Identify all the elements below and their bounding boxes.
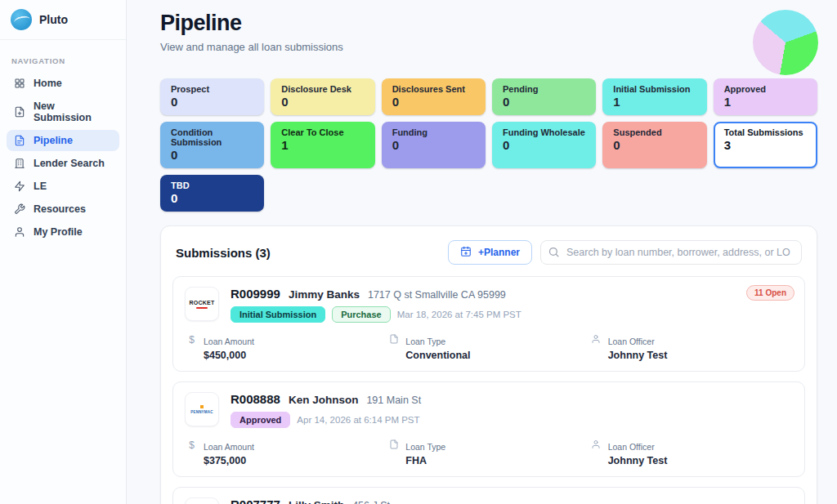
calendar-plus-icon — [460, 246, 472, 260]
submissions-panel: Submissions (3) +Planner — [160, 225, 817, 504]
status-card-count: 0 — [392, 95, 475, 109]
status-card-pending[interactable]: Pending 0 — [492, 78, 596, 115]
loan-type-label: Loan Type — [405, 442, 445, 452]
building-icon — [14, 158, 25, 169]
search-box — [540, 240, 802, 265]
sidebar-item-pipeline[interactable]: Pipeline — [7, 130, 119, 151]
status-card-approved[interactable]: Approved 1 — [714, 78, 817, 115]
loan-type-label: Loan Type — [405, 337, 445, 346]
loan-amount-label: Loan Amount — [204, 442, 254, 452]
grid-icon — [14, 78, 25, 89]
loan-officer-cell: Loan Officer Johnny Test — [591, 439, 793, 466]
status-card-count: 0 — [613, 138, 696, 152]
sidebar-item-my-profile[interactable]: My Profile — [7, 221, 119, 243]
lender-logo: ROCKET — [185, 497, 219, 504]
status-card-count: 1 — [613, 95, 696, 109]
loan-number: R008888 — [231, 392, 280, 406]
app-logo-row: Pluto — [0, 0, 126, 40]
loan-officer-label: Loan Officer — [608, 337, 655, 346]
status-card-count: 0 — [171, 148, 253, 162]
sidebar: Pluto NAVIGATION Home New Submission Pip… — [0, 0, 127, 504]
loan-officer-value: Johnny Test — [608, 455, 668, 466]
user-icon — [14, 226, 25, 238]
submissions-title: Submissions (3) — [176, 246, 271, 260]
sidebar-item-label: New Submission — [34, 100, 112, 123]
status-card-disclosures-sent[interactable]: Disclosures Sent 0 — [382, 78, 486, 115]
submission-card[interactable]: PENNYMAC R008888 Ken Johnson 191 Main St… — [172, 381, 805, 477]
search-input[interactable] — [540, 240, 802, 265]
loan-amount-cell: $ Loan Amount $450,000 — [186, 333, 388, 361]
document-icon — [388, 439, 399, 449]
lender-logo: ROCKET — [185, 287, 219, 321]
status-card-label: Prospect — [171, 84, 253, 94]
status-card-total-submissions[interactable]: Total Submissions 3 — [714, 122, 817, 168]
status-card-label: Suspended — [613, 127, 696, 137]
sidebar-item-resources[interactable]: Resources — [7, 198, 119, 220]
sidebar-item-label: My Profile — [34, 226, 83, 238]
status-card-label: Clear To Close — [281, 127, 364, 137]
status-card-funding[interactable]: Funding 0 — [382, 122, 486, 168]
status-card-count: 1 — [281, 138, 364, 152]
sidebar-item-le[interactable]: LE — [7, 176, 119, 197]
status-card-count: 0 — [171, 191, 253, 205]
status-card-count: 0 — [503, 95, 585, 109]
status-card-count: 1 — [724, 95, 807, 109]
sidebar-item-new-submission[interactable]: New Submission — [7, 96, 119, 128]
status-card-grid: Prospect 0 Disclosure Desk 0 Disclosures… — [160, 78, 817, 212]
loan-type-cell: Loan Type FHA — [388, 439, 590, 466]
page-subtitle: View and manage all loan submissions — [160, 41, 817, 53]
wrench-icon — [14, 203, 25, 215]
status-badge: Initial Submission — [231, 306, 325, 323]
property-address: 191 Main St — [366, 395, 421, 406]
sidebar-nav: Home New Submission Pipeline Lender Sear… — [0, 71, 126, 244]
main-content: Pipeline View and manage all loan submis… — [127, 0, 837, 504]
status-pie-chart — [753, 10, 818, 75]
person-icon — [591, 334, 602, 344]
submission-date: Mar 18, 2026 at 7:45 PM PST — [397, 310, 521, 319]
status-card-clear-to-close[interactable]: Clear To Close 1 — [271, 122, 374, 168]
status-card-initial-submission[interactable]: Initial Submission 1 — [602, 78, 706, 115]
nav-section-label: NAVIGATION — [11, 56, 114, 65]
loan-officer-cell: Loan Officer Johnny Test — [591, 333, 793, 361]
submission-card[interactable]: ROCKET R007777 Lilly Smith 456 J St Clea… — [172, 487, 805, 504]
status-card-label: Initial Submission — [613, 84, 696, 94]
status-card-label: Funding — [392, 127, 475, 137]
status-card-funding-wholesale[interactable]: Funding Wholesale 0 — [492, 122, 596, 168]
lender-logo: PENNYMAC — [185, 392, 219, 426]
document-icon — [388, 334, 399, 344]
loan-amount-value: $375,000 — [204, 455, 254, 466]
loan-amount-label: Loan Amount — [204, 337, 254, 346]
submission-card[interactable]: ROCKET R009999 Jimmy Banks 1717 Q st Sma… — [172, 276, 805, 372]
loan-amount-cell: $ Loan Amount $375,000 — [186, 439, 388, 466]
status-card-disclosure-desk[interactable]: Disclosure Desk 0 — [271, 78, 374, 115]
status-card-tbd[interactable]: TBD 0 — [160, 175, 264, 212]
lender-logo-underline — [196, 307, 208, 309]
sidebar-item-lender-search[interactable]: Lender Search — [7, 153, 119, 174]
status-card-label: Total Submissions — [724, 127, 807, 137]
status-card-suspended[interactable]: Suspended 0 — [602, 122, 706, 168]
status-card-condition-submission[interactable]: Condition Submission 0 — [160, 122, 264, 168]
status-card-count: 0 — [392, 138, 475, 152]
status-card-count: 0 — [281, 95, 364, 109]
person-icon — [591, 439, 602, 449]
loan-number: R007777 — [231, 497, 280, 504]
submissions-list: ROCKET R009999 Jimmy Banks 1717 Q st Sma… — [172, 276, 805, 504]
planner-button[interactable]: +Planner — [448, 240, 532, 265]
sidebar-item-label: Pipeline — [34, 135, 73, 146]
document-icon — [14, 135, 25, 146]
sidebar-item-home[interactable]: Home — [7, 73, 119, 94]
sidebar-item-label: Home — [34, 78, 62, 89]
loan-officer-value: Johnny Test — [608, 350, 668, 361]
submission-date: Apr 14, 2026 at 6:14 PM PST — [297, 415, 419, 425]
status-card-label: Disclosures Sent — [392, 84, 475, 94]
app-title: Pluto — [39, 13, 68, 26]
file-plus-icon — [14, 106, 25, 118]
sidebar-item-label: LE — [34, 181, 47, 192]
status-card-count: 0 — [503, 138, 585, 152]
borrower-name: Lilly Smith — [289, 499, 344, 504]
loan-amount-value: $450,000 — [204, 350, 254, 361]
status-card-prospect[interactable]: Prospect 0 — [160, 78, 264, 115]
lender-logo-text: ROCKET — [190, 300, 215, 306]
lender-logo-text: PENNYMAC — [190, 410, 213, 414]
status-card-count: 3 — [724, 138, 807, 152]
